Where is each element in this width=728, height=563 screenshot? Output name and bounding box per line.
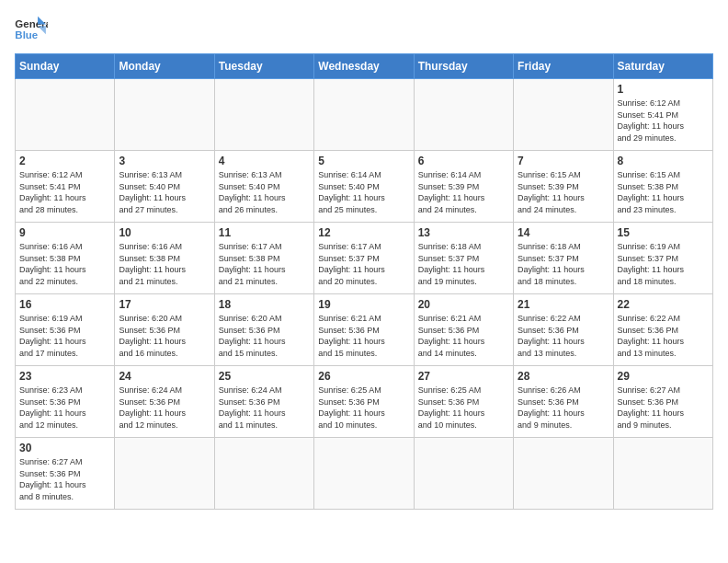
calendar-cell: [115, 79, 214, 151]
day-info: Sunrise: 6:19 AM Sunset: 5:36 PM Dayligh…: [19, 313, 110, 359]
day-info: Sunrise: 6:22 AM Sunset: 5:36 PM Dayligh…: [618, 313, 709, 359]
logo: General Blue: [15, 15, 53, 42]
calendar-cell: [514, 79, 613, 151]
calendar-cell: 7Sunrise: 6:15 AM Sunset: 5:39 PM Daylig…: [514, 151, 613, 223]
calendar-cell: [16, 79, 115, 151]
calendar-cell: 11Sunrise: 6:17 AM Sunset: 5:38 PM Dayli…: [214, 223, 313, 294]
day-number: 8: [618, 155, 709, 167]
calendar-cell: 4Sunrise: 6:13 AM Sunset: 5:40 PM Daylig…: [214, 151, 313, 223]
day-info: Sunrise: 6:24 AM Sunset: 5:36 PM Dayligh…: [219, 385, 310, 431]
calendar-cell: 30Sunrise: 6:27 AM Sunset: 5:36 PM Dayli…: [16, 438, 115, 510]
calendar-cell: 9Sunrise: 6:16 AM Sunset: 5:38 PM Daylig…: [16, 223, 115, 294]
week-row-0: 1Sunrise: 6:12 AM Sunset: 5:41 PM Daylig…: [16, 79, 713, 151]
weekday-header-wednesday: Wednesday: [314, 54, 414, 79]
day-number: 21: [518, 298, 609, 311]
day-number: 10: [119, 226, 210, 239]
week-row-4: 23Sunrise: 6:23 AM Sunset: 5:36 PM Dayli…: [16, 366, 713, 438]
day-number: 20: [418, 298, 509, 311]
day-info: Sunrise: 6:20 AM Sunset: 5:36 PM Dayligh…: [119, 313, 210, 359]
day-info: Sunrise: 6:14 AM Sunset: 5:40 PM Dayligh…: [318, 169, 409, 215]
svg-text:Blue: Blue: [15, 29, 38, 40]
day-info: Sunrise: 6:17 AM Sunset: 5:37 PM Dayligh…: [318, 241, 409, 287]
calendar-table: SundayMondayTuesdayWednesdayThursdayFrid…: [15, 53, 713, 510]
day-number: 5: [318, 155, 409, 167]
logo-icon: General Blue: [15, 15, 48, 42]
day-number: 19: [318, 298, 409, 311]
day-info: Sunrise: 6:26 AM Sunset: 5:36 PM Dayligh…: [518, 385, 609, 431]
calendar-cell: [414, 79, 513, 151]
day-number: 18: [219, 298, 310, 311]
day-number: 6: [418, 155, 509, 167]
day-info: Sunrise: 6:13 AM Sunset: 5:40 PM Dayligh…: [219, 169, 310, 215]
day-number: 16: [19, 298, 110, 311]
calendar-cell: 25Sunrise: 6:24 AM Sunset: 5:36 PM Dayli…: [214, 366, 313, 438]
day-info: Sunrise: 6:27 AM Sunset: 5:36 PM Dayligh…: [19, 456, 110, 502]
calendar-cell: 5Sunrise: 6:14 AM Sunset: 5:40 PM Daylig…: [314, 151, 414, 223]
calendar-cell: [514, 438, 613, 510]
day-number: 30: [19, 442, 110, 454]
calendar-cell: 1Sunrise: 6:12 AM Sunset: 5:41 PM Daylig…: [613, 79, 712, 151]
calendar-cell: 16Sunrise: 6:19 AM Sunset: 5:36 PM Dayli…: [16, 294, 115, 366]
calendar-cell: 23Sunrise: 6:23 AM Sunset: 5:36 PM Dayli…: [16, 366, 115, 438]
calendar-cell: [414, 438, 513, 510]
calendar-cell: 24Sunrise: 6:24 AM Sunset: 5:36 PM Dayli…: [115, 366, 214, 438]
week-row-3: 16Sunrise: 6:19 AM Sunset: 5:36 PM Dayli…: [16, 294, 713, 366]
calendar-cell: [314, 438, 414, 510]
day-number: 7: [518, 155, 609, 167]
calendar-cell: 21Sunrise: 6:22 AM Sunset: 5:36 PM Dayli…: [514, 294, 613, 366]
day-info: Sunrise: 6:12 AM Sunset: 5:41 PM Dayligh…: [618, 98, 709, 144]
calendar-cell: 2Sunrise: 6:12 AM Sunset: 5:41 PM Daylig…: [16, 151, 115, 223]
day-number: 22: [618, 298, 709, 311]
calendar-cell: 18Sunrise: 6:20 AM Sunset: 5:36 PM Dayli…: [214, 294, 313, 366]
day-number: 13: [418, 226, 509, 239]
day-info: Sunrise: 6:21 AM Sunset: 5:36 PM Dayligh…: [418, 313, 509, 359]
calendar-cell: 12Sunrise: 6:17 AM Sunset: 5:37 PM Dayli…: [314, 223, 414, 294]
day-number: 3: [119, 155, 210, 167]
day-number: 25: [219, 370, 310, 383]
calendar-cell: [115, 438, 214, 510]
day-info: Sunrise: 6:23 AM Sunset: 5:36 PM Dayligh…: [19, 385, 110, 431]
calendar-cell: 15Sunrise: 6:19 AM Sunset: 5:37 PM Dayli…: [613, 223, 712, 294]
day-number: 24: [119, 370, 210, 383]
day-info: Sunrise: 6:17 AM Sunset: 5:38 PM Dayligh…: [219, 241, 310, 287]
week-row-5: 30Sunrise: 6:27 AM Sunset: 5:36 PM Dayli…: [16, 438, 713, 510]
calendar-cell: 29Sunrise: 6:27 AM Sunset: 5:36 PM Dayli…: [613, 366, 712, 438]
calendar-cell: 19Sunrise: 6:21 AM Sunset: 5:36 PM Dayli…: [314, 294, 414, 366]
calendar-cell: 20Sunrise: 6:21 AM Sunset: 5:36 PM Dayli…: [414, 294, 513, 366]
day-info: Sunrise: 6:27 AM Sunset: 5:36 PM Dayligh…: [618, 385, 709, 431]
weekday-header-saturday: Saturday: [613, 54, 712, 79]
day-number: 27: [418, 370, 509, 383]
calendar-header-row: SundayMondayTuesdayWednesdayThursdayFrid…: [16, 54, 713, 79]
day-number: 29: [618, 370, 709, 383]
calendar-cell: 14Sunrise: 6:18 AM Sunset: 5:37 PM Dayli…: [514, 223, 613, 294]
calendar-cell: 8Sunrise: 6:15 AM Sunset: 5:38 PM Daylig…: [613, 151, 712, 223]
day-info: Sunrise: 6:20 AM Sunset: 5:36 PM Dayligh…: [219, 313, 310, 359]
calendar-cell: 22Sunrise: 6:22 AM Sunset: 5:36 PM Dayli…: [613, 294, 712, 366]
day-info: Sunrise: 6:21 AM Sunset: 5:36 PM Dayligh…: [318, 313, 409, 359]
calendar-cell: 6Sunrise: 6:14 AM Sunset: 5:39 PM Daylig…: [414, 151, 513, 223]
day-number: 28: [518, 370, 609, 383]
day-info: Sunrise: 6:15 AM Sunset: 5:39 PM Dayligh…: [518, 169, 609, 215]
calendar-cell: [214, 438, 313, 510]
day-number: 26: [318, 370, 409, 383]
weekday-header-sunday: Sunday: [16, 54, 115, 79]
day-info: Sunrise: 6:15 AM Sunset: 5:38 PM Dayligh…: [618, 169, 709, 215]
calendar-cell: [314, 79, 414, 151]
day-info: Sunrise: 6:25 AM Sunset: 5:36 PM Dayligh…: [318, 385, 409, 431]
calendar-cell: [613, 438, 712, 510]
day-number: 12: [318, 226, 409, 239]
day-info: Sunrise: 6:22 AM Sunset: 5:36 PM Dayligh…: [518, 313, 609, 359]
weekday-header-tuesday: Tuesday: [214, 54, 313, 79]
day-info: Sunrise: 6:13 AM Sunset: 5:40 PM Dayligh…: [119, 169, 210, 215]
day-info: Sunrise: 6:19 AM Sunset: 5:37 PM Dayligh…: [618, 241, 709, 287]
calendar-cell: 17Sunrise: 6:20 AM Sunset: 5:36 PM Dayli…: [115, 294, 214, 366]
calendar-cell: 13Sunrise: 6:18 AM Sunset: 5:37 PM Dayli…: [414, 223, 513, 294]
weekday-header-monday: Monday: [115, 54, 214, 79]
day-number: 15: [618, 226, 709, 239]
day-number: 9: [19, 226, 110, 239]
calendar-cell: 28Sunrise: 6:26 AM Sunset: 5:36 PM Dayli…: [514, 366, 613, 438]
calendar-cell: 10Sunrise: 6:16 AM Sunset: 5:38 PM Dayli…: [115, 223, 214, 294]
day-info: Sunrise: 6:24 AM Sunset: 5:36 PM Dayligh…: [119, 385, 210, 431]
day-number: 11: [219, 226, 310, 239]
day-info: Sunrise: 6:12 AM Sunset: 5:41 PM Dayligh…: [19, 169, 110, 215]
